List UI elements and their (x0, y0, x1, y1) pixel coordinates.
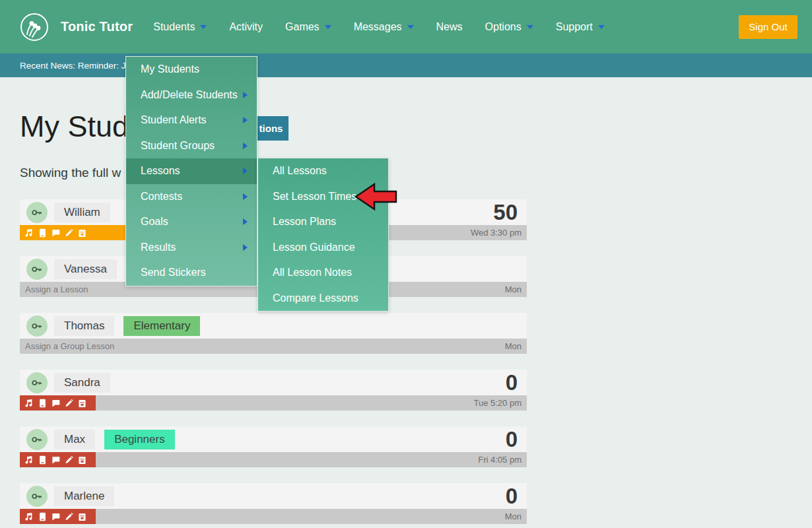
assign-lesson-link[interactable]: Assign a Lesson (20, 284, 88, 294)
menu-item-goals[interactable]: Goals (126, 209, 257, 235)
assign-bar: Mon (20, 509, 527, 524)
sign-out-button[interactable]: Sign Out (739, 15, 797, 39)
tonic-tutor-logo-icon[interactable] (20, 13, 49, 42)
menu-item-student-alerts[interactable]: Student Alerts (126, 108, 257, 133)
student-group-badge[interactable]: Elementary (123, 316, 200, 336)
music-note-icon (25, 455, 34, 465)
assign-bar: Tue 5:20 pm (20, 395, 527, 411)
menu-item-label: All Lessons (273, 165, 327, 177)
student-name[interactable]: Marlene (54, 486, 114, 506)
menu-item-label: Results (141, 242, 176, 253)
menu-item-send-stickers[interactable]: Send Stickers (126, 260, 257, 286)
key-icon[interactable] (26, 486, 48, 507)
chevron-down-icon (200, 25, 207, 29)
nav-item-support[interactable]: Support (545, 21, 616, 33)
recent-news-bar: Recent News: Reminder: J (0, 53, 812, 77)
page-subtitle: Showing the full w (20, 166, 121, 180)
assign-lesson-link[interactable]: Assign a Group Lesson (20, 341, 114, 351)
calendar-icon (78, 228, 86, 238)
key-icon[interactable] (26, 372, 48, 393)
menu-item-contests[interactable]: Contests (126, 184, 257, 210)
music-note-icon (25, 512, 34, 521)
recent-news-text: Recent News: Reminder: J (20, 61, 126, 71)
lesson-time-label: Mon (505, 512, 522, 521)
chat-icon (51, 228, 60, 238)
student-group-badge[interactable]: Beginners (104, 430, 175, 449)
pencil-icon (65, 399, 73, 408)
student-card-max: Max Beginners 0 (20, 426, 527, 467)
chevron-right-icon (243, 143, 248, 149)
quick-action-icons[interactable] (20, 225, 127, 240)
student-name[interactable]: Max (54, 430, 95, 449)
lessons-submenu: All Lessons Set Lesson Times Lesson Plan… (257, 158, 389, 312)
lesson-time-label: Tue 5:20 pm (473, 398, 522, 408)
nav-item-label: Games (285, 21, 320, 33)
student-name[interactable]: William (54, 203, 110, 222)
chevron-right-icon (243, 244, 248, 251)
submenu-item-lesson-plans[interactable]: Lesson Plans (258, 209, 388, 235)
menu-item-label: Add/Delete Students (141, 89, 238, 101)
menu-item-results[interactable]: Results (126, 235, 257, 261)
chevron-right-icon (243, 168, 248, 174)
nav-item-label: Options (485, 21, 522, 33)
top-navigation: Tonic Tutor Students Activity Games Mess… (0, 0, 812, 53)
student-card-top: Marlene 0 (20, 483, 527, 509)
tablet-icon (38, 512, 47, 521)
chevron-right-icon (243, 218, 248, 225)
pencil-icon (65, 455, 73, 465)
menu-item-student-groups[interactable]: Student Groups (126, 133, 257, 159)
student-card-top: Thomas Elementary (20, 313, 527, 339)
menu-item-label: Set Lesson Times (273, 191, 356, 203)
key-icon[interactable] (26, 315, 48, 337)
nav-item-label: Activity (229, 21, 263, 33)
options-button-partial[interactable]: tions (254, 116, 288, 141)
brand-title: Tonic Tutor (61, 19, 133, 34)
student-card-top: Max Beginners 0 (20, 426, 527, 452)
key-icon[interactable] (26, 259, 48, 280)
nav-item-messages[interactable]: Messages (343, 21, 425, 33)
red-arrow-annotation (353, 182, 399, 211)
quick-action-icons[interactable] (20, 395, 96, 411)
music-note-icon (25, 399, 34, 408)
tablet-icon (38, 399, 47, 408)
menu-item-label: Student Alerts (141, 114, 207, 126)
student-name[interactable]: Thomas (54, 316, 114, 336)
lesson-count: 0 (506, 427, 518, 452)
key-icon[interactable] (26, 202, 48, 223)
assign-bar: Fri 4:05 pm (20, 452, 527, 467)
submenu-item-all-lesson-notes[interactable]: All Lesson Notes (258, 260, 388, 286)
lesson-time-label: Mon (505, 284, 522, 294)
student-card-sandra: Sandra 0 (20, 370, 527, 411)
menu-item-label: Contests (141, 191, 182, 203)
submenu-item-all-lessons[interactable]: All Lessons (258, 158, 388, 184)
lesson-time-label: Wed 3:30 pm (471, 228, 522, 238)
nav-item-label: Messages (354, 21, 402, 33)
menu-item-label: Send Stickers (141, 267, 206, 279)
menu-item-my-students[interactable]: My Students (126, 57, 257, 82)
menu-item-lessons[interactable]: Lessons (126, 158, 257, 184)
menu-item-label: Compare Lessons (273, 292, 358, 304)
menu-item-add-delete-students[interactable]: Add/Delete Students (126, 82, 257, 108)
student-card-marlene: Marlene 0 (20, 483, 527, 524)
key-icon[interactable] (26, 429, 48, 450)
menu-item-label: Lesson Guidance (273, 242, 355, 253)
chevron-down-icon (325, 25, 331, 29)
main-menu: Students Activity Games Messages News Op… (142, 21, 616, 33)
nav-item-activity[interactable]: Activity (218, 21, 274, 33)
quick-action-icons[interactable] (20, 509, 96, 524)
nav-item-games[interactable]: Games (274, 21, 343, 33)
submenu-item-lesson-guidance[interactable]: Lesson Guidance (258, 235, 388, 261)
pencil-icon (65, 512, 73, 521)
nav-item-options[interactable]: Options (474, 21, 545, 33)
nav-item-students[interactable]: Students (142, 21, 218, 33)
chevron-right-icon (243, 92, 248, 98)
student-name[interactable]: Sandra (54, 373, 110, 393)
calendar-icon (78, 455, 86, 465)
lesson-count: 0 (506, 484, 518, 509)
assign-bar: Assign a Group Lesson Mon (20, 339, 527, 354)
nav-item-news[interactable]: News (425, 21, 474, 33)
submenu-item-compare-lessons[interactable]: Compare Lessons (258, 286, 388, 312)
quick-action-icons[interactable] (20, 452, 96, 467)
calendar-icon (78, 512, 86, 521)
student-name[interactable]: Vanessa (54, 259, 117, 279)
